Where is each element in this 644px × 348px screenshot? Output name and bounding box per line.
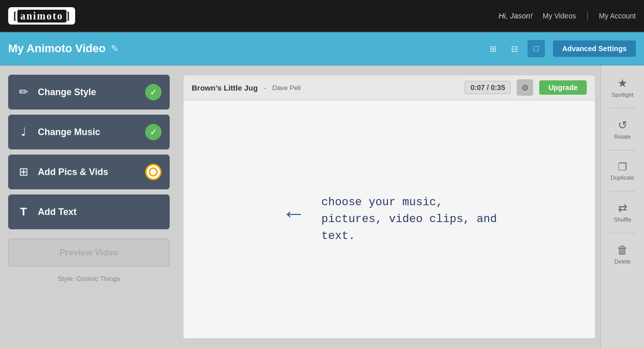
duplicate-tool[interactable]: ❐ Duplicate bbox=[605, 157, 640, 185]
change-music-label: Change Music bbox=[38, 127, 145, 138]
shuffle-tool[interactable]: ⇄ Shuffle bbox=[605, 198, 640, 227]
topbar: [animoto] Hi, Jason! My Videos | My Acco… bbox=[0, 0, 644, 32]
right-divider-1 bbox=[610, 108, 635, 108]
change-music-button[interactable]: ♩ Change Music ✓ bbox=[8, 115, 170, 149]
headerbar: My Animoto Video ✎ ⊞ ⊟ □ Advanced Settin… bbox=[0, 32, 644, 66]
music-time: 0:07 / 0:35 bbox=[465, 81, 511, 94]
delete-icon: 🗑 bbox=[617, 244, 628, 257]
right-divider-3 bbox=[610, 191, 635, 191]
change-style-button[interactable]: ✏ Change Style ✓ bbox=[8, 75, 170, 110]
preview-label: Preview Video bbox=[60, 248, 119, 258]
preview-video-button[interactable]: Preview Video bbox=[8, 238, 170, 267]
duplicate-label: Duplicate bbox=[611, 175, 634, 181]
rotate-icon: ↺ bbox=[618, 119, 627, 132]
shuffle-label: Shuffle bbox=[614, 216, 631, 223]
add-pics-button[interactable]: ⊞ Add Pics & Vids bbox=[8, 155, 170, 189]
topbar-separator: | bbox=[586, 10, 589, 21]
canvas-area: ← choose your music, pictures, video cli… bbox=[183, 100, 595, 339]
canvas-line-3: text. bbox=[321, 228, 497, 245]
video-title: My Animoto Video bbox=[8, 42, 106, 55]
change-style-check: ✓ bbox=[145, 84, 162, 100]
single-view-icon[interactable]: □ bbox=[527, 40, 545, 57]
delete-label: Delete bbox=[614, 258, 631, 265]
text-icon: T bbox=[16, 205, 31, 219]
music-settings-icon[interactable]: ⚙ bbox=[517, 79, 533, 96]
grid-view-icon[interactable]: ⊞ bbox=[485, 40, 502, 57]
greeting: Hi, Jason! bbox=[498, 11, 533, 20]
my-account-link[interactable]: My Account bbox=[599, 12, 636, 20]
add-pics-pending bbox=[145, 164, 162, 180]
delete-tool[interactable]: 🗑 Delete bbox=[605, 240, 640, 269]
change-style-label: Change Style bbox=[38, 87, 145, 98]
add-text-label: Add Text bbox=[38, 207, 162, 217]
style-label: Style: Cosmic Things bbox=[8, 275, 170, 282]
spotlight-tool[interactable]: ★ Spotlight bbox=[605, 73, 640, 102]
left-sidebar: ✏ Change Style ✓ ♩ Change Music ✓ ⊞ Add … bbox=[0, 66, 178, 348]
spotlight-label: Spotlight bbox=[612, 92, 634, 98]
canvas-line-1: choose your music, bbox=[321, 194, 497, 211]
main-content: ✏ Change Style ✓ ♩ Change Music ✓ ⊞ Add … bbox=[0, 66, 644, 348]
duplicate-icon: ❐ bbox=[618, 161, 627, 173]
edit-title-icon[interactable]: ✎ bbox=[111, 43, 119, 54]
add-pics-label: Add Pics & Vids bbox=[38, 167, 145, 178]
add-text-button[interactable]: T Add Text bbox=[8, 194, 170, 229]
logo: [animoto] bbox=[8, 7, 75, 25]
music-icon: ♩ bbox=[16, 125, 31, 139]
logo-text: [animoto] bbox=[13, 9, 70, 22]
rotate-label: Rotate bbox=[614, 134, 631, 140]
right-divider-4 bbox=[610, 233, 635, 233]
arrow-icon: ← bbox=[282, 199, 306, 227]
upgrade-button[interactable]: Upgrade bbox=[539, 80, 587, 95]
change-music-check: ✓ bbox=[145, 124, 162, 140]
topbar-right: Hi, Jason! My Videos | My Account bbox=[498, 10, 636, 21]
pics-icon: ⊞ bbox=[16, 165, 31, 179]
my-videos-link[interactable]: My Videos bbox=[543, 12, 576, 20]
music-bar: Brown's Little Jug - Dave Pell 0:07 / 0:… bbox=[183, 75, 595, 100]
spotlight-icon: ★ bbox=[617, 77, 628, 90]
music-title: Brown's Little Jug bbox=[192, 83, 258, 92]
shuffle-icon: ⇄ bbox=[618, 202, 627, 215]
pencil-icon: ✏ bbox=[16, 85, 31, 99]
split-view-icon[interactable]: ⊟ bbox=[506, 40, 523, 57]
right-divider-2 bbox=[610, 150, 635, 150]
right-sidebar: ★ Spotlight ↺ Rotate ❐ Duplicate ⇄ Shuff… bbox=[601, 66, 644, 348]
view-icons: ⊞ ⊟ □ bbox=[485, 40, 545, 57]
advanced-settings-button[interactable]: Advanced Settings bbox=[553, 40, 636, 57]
music-artist: Dave Pell bbox=[272, 84, 301, 92]
content-area: Brown's Little Jug - Dave Pell 0:07 / 0:… bbox=[178, 66, 601, 348]
canvas-content: ← choose your music, pictures, video cli… bbox=[282, 194, 497, 245]
music-separator: - bbox=[264, 84, 266, 92]
canvas-instructions: choose your music, pictures, video clips… bbox=[321, 194, 497, 245]
rotate-tool[interactable]: ↺ Rotate bbox=[605, 115, 640, 144]
canvas-line-2: pictures, video clips, and bbox=[321, 211, 497, 228]
